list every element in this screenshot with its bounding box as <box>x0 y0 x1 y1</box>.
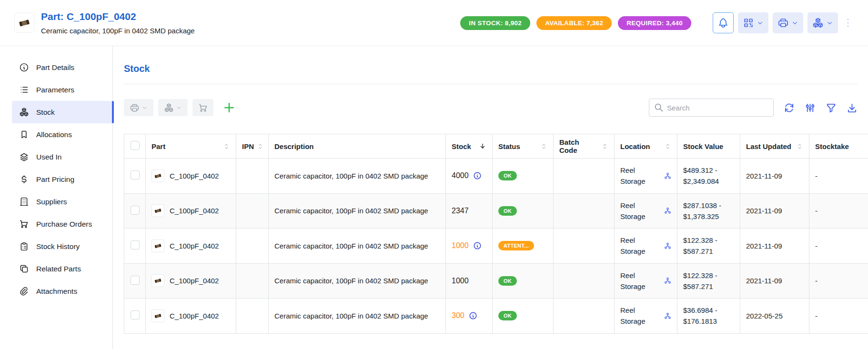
select-all-checkbox[interactable] <box>131 141 140 150</box>
column-header-location[interactable]: Location <box>615 134 677 159</box>
currency-dollar-icon <box>19 174 29 184</box>
printer-icon <box>130 103 140 113</box>
download-icon <box>847 102 858 113</box>
column-header-stock[interactable]: Stock <box>446 134 493 159</box>
column-header-ipn[interactable]: IPN <box>236 134 269 159</box>
printer-icon <box>777 17 789 29</box>
sidebar-item-allocations[interactable]: Allocations <box>12 123 112 146</box>
part-thumbnail <box>151 239 164 252</box>
column-header-part[interactable]: Part <box>146 134 236 159</box>
row-checkbox[interactable] <box>131 310 140 319</box>
add-stock-button[interactable] <box>222 100 236 115</box>
batch-code-cell <box>554 193 615 229</box>
part-link[interactable]: C_100pF_0402 <box>170 277 219 285</box>
part-image <box>14 13 34 33</box>
sidebar-item-used-in[interactable]: Used In <box>12 146 112 168</box>
stocktake-cell: - <box>809 193 868 229</box>
search-input[interactable] <box>649 99 774 117</box>
chevron-down-icon <box>176 105 182 111</box>
table-toolbar <box>124 99 858 117</box>
description-cell: Ceramic capacitor, 100pF in 0402 SMD pac… <box>269 229 446 264</box>
sitemap-icon <box>664 172 671 179</box>
info-circle-icon[interactable] <box>469 311 477 320</box>
info-circle-icon[interactable] <box>473 241 482 250</box>
sidebar-item-attachments[interactable]: Attachments <box>12 280 112 302</box>
sidebar-item-parameters[interactable]: Parameters <box>12 79 112 101</box>
column-header-status[interactable]: Status <box>493 134 554 159</box>
stock-panel: Stock <box>113 46 868 349</box>
notifications-button[interactable] <box>713 12 734 33</box>
table-settings-button[interactable] <box>805 102 816 113</box>
part-thumbnail <box>151 170 164 182</box>
download-button[interactable] <box>847 102 858 113</box>
sort-icon[interactable] <box>796 143 803 150</box>
stock-quantity: 4000 <box>452 171 469 180</box>
sitemap-icon <box>664 312 671 319</box>
column-header-stock-value[interactable]: Stock Value <box>677 134 740 159</box>
sort-icon[interactable] <box>223 143 230 150</box>
barcode-actions-button[interactable] <box>738 12 768 33</box>
column-header-stocktake[interactable]: Stocktake <box>809 134 868 159</box>
sidebar-item-stock[interactable]: Stock <box>12 101 112 123</box>
sort-icon[interactable] <box>540 143 547 150</box>
info-circle-icon[interactable] <box>473 171 482 180</box>
chevron-down-icon <box>826 20 833 27</box>
ipn-cell <box>236 193 269 229</box>
sidebar-item-stock-history[interactable]: Stock History <box>12 235 112 258</box>
refresh-button[interactable] <box>784 102 795 113</box>
part-link[interactable]: C_100pF_0402 <box>170 172 219 180</box>
overflow-menu-button[interactable] <box>842 12 854 33</box>
sidebar-item-part-pricing[interactable]: Part Pricing <box>12 168 112 190</box>
part-link[interactable]: C_100pF_0402 <box>170 312 219 320</box>
sidebar-item-related-parts[interactable]: Related Parts <box>12 258 112 280</box>
table-actions-right <box>649 99 858 117</box>
sort-icon[interactable] <box>601 143 608 150</box>
part-link[interactable]: C_100pF_0402 <box>170 242 219 250</box>
row-checkbox[interactable] <box>131 240 140 249</box>
stock-quantity: 1000 <box>452 241 469 250</box>
stock-operations-button[interactable] <box>158 99 188 116</box>
stock-table-row: C_100pF_0402 Ceramic capacitor, 100pF in… <box>124 159 868 194</box>
location-link[interactable]: Reel Storage <box>620 200 661 222</box>
stock-table-row: C_100pF_0402 Ceramic capacitor, 100pF in… <box>124 193 868 229</box>
stock-value-cell: $36.6984 - $176.1813 <box>677 299 740 334</box>
dots-vertical-icon <box>842 17 854 29</box>
sidebar-item-purchase-orders[interactable]: Purchase Orders <box>12 213 112 235</box>
stocktake-cell: - <box>809 229 868 264</box>
sort-descending-icon[interactable] <box>479 142 486 150</box>
packages-icon <box>19 107 29 117</box>
batch-code-cell <box>554 299 615 334</box>
status-badge: ATTENT... <box>498 241 534 250</box>
column-header-last-updated[interactable]: Last Updated <box>740 134 809 159</box>
status-badge: OK <box>498 206 517 216</box>
sitemap-icon <box>664 277 671 284</box>
row-checkbox[interactable] <box>131 206 140 215</box>
filter-button[interactable] <box>826 102 837 113</box>
sort-icon[interactable] <box>664 143 671 150</box>
location-link[interactable]: Reel Storage <box>620 235 661 257</box>
stock-summary-badges: IN STOCK: 8,902 AVAILABLE: 7,362 REQUIRE… <box>460 16 691 30</box>
row-checkbox[interactable] <box>131 170 140 179</box>
ipn-cell <box>236 299 269 334</box>
location-link[interactable]: Reel Storage <box>620 305 661 327</box>
select-all-cell <box>124 134 146 159</box>
stocktake-cell: - <box>809 299 868 334</box>
stock-actions-button[interactable] <box>807 12 838 33</box>
column-header-batch-code[interactable]: Batch Code <box>554 134 615 159</box>
row-checkbox[interactable] <box>131 276 140 285</box>
sidebar-item-part-details[interactable]: Part Details <box>12 56 112 79</box>
part-link[interactable]: C_100pF_0402 <box>170 207 219 215</box>
print-button[interactable] <box>124 99 153 116</box>
column-header-description[interactable]: Description <box>269 134 446 159</box>
refresh-icon <box>784 102 795 113</box>
order-stock-button[interactable] <box>192 99 213 116</box>
qrcode-icon <box>743 17 754 29</box>
print-actions-button[interactable] <box>773 12 803 33</box>
description-cell: Ceramic capacitor, 100pF in 0402 SMD pac… <box>269 193 446 229</box>
sort-icon[interactable] <box>257 143 264 150</box>
stock-quantity: 1000 <box>452 277 469 285</box>
location-link[interactable]: Reel Storage <box>620 270 661 292</box>
location-link[interactable]: Reel Storage <box>620 165 661 187</box>
sidebar-item-suppliers[interactable]: Suppliers <box>12 190 112 213</box>
search-box <box>649 99 774 117</box>
